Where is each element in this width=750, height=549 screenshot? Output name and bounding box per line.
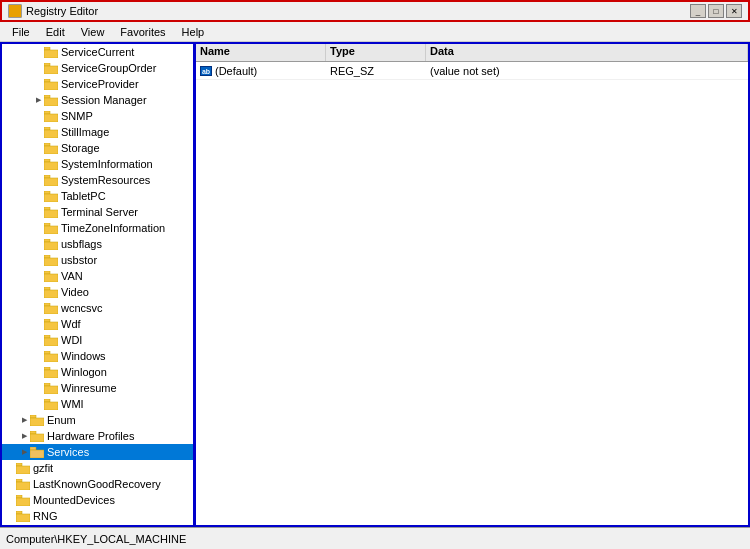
tree-item-label: gzfit — [33, 462, 53, 474]
expand-arrow-icon[interactable] — [34, 332, 43, 348]
tree-item[interactable]: WDI — [2, 332, 193, 348]
folder-icon — [44, 207, 58, 218]
folder-icon — [44, 191, 58, 202]
expand-arrow-icon[interactable] — [34, 124, 43, 140]
tree-item[interactable]: ServiceProvider — [2, 76, 193, 92]
svg-rect-56 — [16, 495, 22, 498]
tree-item-label: StillImage — [61, 126, 109, 138]
svg-rect-12 — [44, 143, 50, 146]
expand-arrow-icon[interactable] — [34, 76, 43, 92]
tree-item[interactable]: Winlogon — [2, 364, 193, 380]
svg-rect-30 — [44, 287, 50, 290]
tree-item[interactable]: Video — [2, 284, 193, 300]
expand-arrow-icon[interactable] — [34, 268, 43, 284]
tree-item[interactable]: Windows — [2, 348, 193, 364]
expand-arrow-icon[interactable] — [34, 204, 43, 220]
minimize-button[interactable]: _ — [690, 4, 706, 18]
expand-arrow-icon[interactable] — [34, 396, 43, 412]
expand-arrow-icon[interactable] — [34, 300, 43, 316]
expand-arrow-icon[interactable] — [34, 252, 43, 268]
expand-arrow-icon[interactable] — [6, 492, 15, 508]
svg-rect-20 — [44, 207, 50, 210]
tree-item-label: usbstor — [61, 254, 97, 266]
folder-icon — [44, 255, 58, 266]
tree-item[interactable]: SystemInformation — [2, 156, 193, 172]
expand-arrow-icon[interactable]: ▶ — [20, 428, 29, 444]
tree-item[interactable]: TabletPC — [2, 188, 193, 204]
expand-arrow-icon[interactable] — [34, 188, 43, 204]
expand-arrow-icon[interactable] — [34, 380, 43, 396]
svg-rect-0 — [44, 47, 50, 50]
tree-item[interactable]: ▶Hardware Profiles — [2, 428, 193, 444]
expand-arrow-icon[interactable] — [34, 220, 43, 236]
tree-item[interactable]: wcncsvc — [2, 300, 193, 316]
tree-item[interactable]: ▶Services — [2, 444, 193, 460]
svg-rect-41 — [44, 370, 58, 378]
tree-item[interactable]: WMI — [2, 396, 193, 412]
tree-item[interactable]: MountedDevices — [2, 492, 193, 508]
expand-arrow-icon[interactable] — [34, 236, 43, 252]
folder-icon — [16, 479, 30, 490]
folder-icon — [44, 303, 58, 314]
tree-panel[interactable]: ServiceCurrentServiceGroupOrderServicePr… — [0, 42, 195, 527]
folder-icon — [44, 367, 58, 378]
tree-item[interactable]: TimeZoneInformation — [2, 220, 193, 236]
expand-arrow-icon[interactable] — [34, 364, 43, 380]
tree-item[interactable]: ▶Session Manager — [2, 92, 193, 108]
tree-item[interactable]: usbstor — [2, 252, 193, 268]
tree-item[interactable]: SNMP — [2, 108, 193, 124]
folder-icon — [44, 223, 58, 234]
svg-rect-14 — [44, 159, 50, 162]
tree-item[interactable]: ServiceCurrent — [2, 44, 193, 60]
folder-icon — [30, 447, 44, 458]
expand-arrow-icon[interactable] — [34, 44, 43, 60]
maximize-button[interactable]: □ — [708, 4, 724, 18]
tree-item[interactable]: ▶Enum — [2, 412, 193, 428]
expand-arrow-icon[interactable] — [6, 460, 15, 476]
menu-file[interactable]: File — [4, 24, 38, 40]
expand-arrow-icon[interactable]: ▶ — [20, 444, 29, 460]
tree-item-label: SNMP — [61, 110, 93, 122]
menu-edit[interactable]: Edit — [38, 24, 73, 40]
tree-item[interactable]: ServiceGroupOrder — [2, 60, 193, 76]
tree-item[interactable]: usbflags — [2, 236, 193, 252]
tree-item[interactable]: Terminal Server — [2, 204, 193, 220]
close-button[interactable]: ✕ — [726, 4, 742, 18]
expand-arrow-icon[interactable] — [34, 140, 43, 156]
col-header-type: Type — [326, 44, 426, 61]
tree-item[interactable]: StillImage — [2, 124, 193, 140]
expand-arrow-icon[interactable] — [34, 156, 43, 172]
tree-item[interactable]: Storage — [2, 140, 193, 156]
folder-icon — [44, 175, 58, 186]
expand-arrow-icon[interactable] — [34, 172, 43, 188]
tree-item[interactable]: RNG — [2, 508, 193, 524]
tree-item-label: WDI — [61, 334, 82, 346]
col-header-data: Data — [426, 44, 748, 61]
table-row[interactable]: ab(Default)REG_SZ(value not set) — [196, 62, 748, 80]
expand-arrow-icon[interactable] — [6, 476, 15, 492]
tree-item-label: Session Manager — [61, 94, 147, 106]
menu-favorites[interactable]: Favorites — [112, 24, 173, 40]
svg-rect-33 — [44, 306, 58, 314]
tree-item[interactable]: SystemResources — [2, 172, 193, 188]
expand-arrow-icon[interactable] — [34, 316, 43, 332]
expand-arrow-icon[interactable] — [34, 348, 43, 364]
tree-item[interactable]: Winresume — [2, 380, 193, 396]
expand-arrow-icon[interactable]: ▶ — [20, 412, 29, 428]
tree-item[interactable]: VAN — [2, 268, 193, 284]
expand-arrow-icon[interactable] — [34, 108, 43, 124]
menu-view[interactable]: View — [73, 24, 113, 40]
tree-item[interactable]: Wdf — [2, 316, 193, 332]
folder-icon — [16, 495, 30, 506]
svg-rect-2 — [44, 63, 50, 66]
data-rows: ab(Default)REG_SZ(value not set) — [196, 62, 748, 80]
expand-arrow-icon[interactable] — [34, 60, 43, 76]
menu-help[interactable]: Help — [174, 24, 213, 40]
expand-arrow-icon[interactable] — [6, 508, 15, 524]
expand-arrow-icon[interactable] — [34, 284, 43, 300]
tree-item-label: wcncsvc — [61, 302, 103, 314]
folder-icon — [44, 287, 58, 298]
expand-arrow-icon[interactable]: ▶ — [34, 92, 43, 108]
tree-item[interactable]: LastKnownGoodRecovery — [2, 476, 193, 492]
tree-item[interactable]: gzfit — [2, 460, 193, 476]
